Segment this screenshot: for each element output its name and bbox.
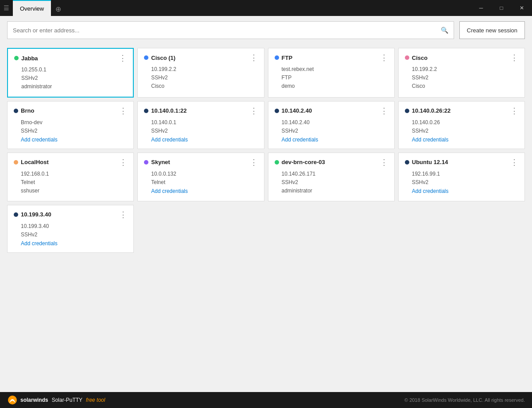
- footer: solarwinds Solar-PuTTY free tool © 2018 …: [0, 392, 532, 408]
- maximize-button[interactable]: □: [491, 0, 512, 16]
- session-card-devbrn[interactable]: dev-brn-core-03⋮10.140.26.171SSHv2admini…: [268, 153, 395, 201]
- card-details: 192.16.99.1SSHv2: [405, 170, 518, 187]
- status-dot: [144, 160, 148, 165]
- tab-overview[interactable]: Overview: [13, 0, 51, 16]
- card-menu-button[interactable]: ⋮: [380, 158, 388, 166]
- card-host: 10.0.0.132: [151, 170, 257, 178]
- card-protocol: FTP: [282, 74, 388, 82]
- minimize-button[interactable]: ─: [471, 0, 491, 16]
- card-name: LocalHost: [21, 159, 49, 165]
- card-header: LocalHost⋮: [14, 158, 127, 166]
- session-card-ip3[interactable]: 10.140.0.26:22⋮10.140.0.26SSHv2Add crede…: [398, 101, 525, 149]
- footer-copyright: © 2018 SolarWinds Worldwide, LLC. All ri…: [404, 397, 525, 403]
- add-credentials-link[interactable]: Add credentials: [14, 137, 58, 143]
- status-dot: [405, 160, 409, 165]
- session-card-ip1[interactable]: 10.140.0.1:22⋮10.140.0.1SSHv2Add credent…: [137, 101, 264, 149]
- session-card-jabba[interactable]: Jabba⋮10.255.0.1SSHv2administrator: [7, 48, 134, 98]
- sessions-grid: Jabba⋮10.255.0.1SSHv2administratorCisco …: [7, 48, 525, 253]
- card-menu-button[interactable]: ⋮: [510, 158, 518, 166]
- card-menu-button[interactable]: ⋮: [250, 158, 258, 166]
- footer-logo: solarwinds: [7, 395, 48, 405]
- add-credentials-link[interactable]: Add credentials: [405, 188, 449, 194]
- card-details: 10.140.26.171SSHv2administrator: [275, 170, 388, 196]
- card-header: Skynet⋮: [144, 158, 257, 166]
- card-menu-button[interactable]: ⋮: [380, 107, 388, 115]
- card-protocol: SSHv2: [412, 178, 518, 187]
- card-menu-button[interactable]: ⋮: [119, 54, 127, 62]
- card-protocol: SSHv2: [151, 74, 257, 82]
- card-details: Brno-devSSHv2: [14, 118, 127, 135]
- card-name: Skynet: [151, 159, 170, 165]
- card-protocol: SSHv2: [151, 127, 257, 135]
- solarwinds-logo-icon: [7, 395, 18, 405]
- main-content: Jabba⋮10.255.0.1SSHv2administratorCisco …: [0, 44, 532, 392]
- card-menu-button[interactable]: ⋮: [119, 211, 127, 219]
- add-credentials-link[interactable]: Add credentials: [275, 137, 318, 143]
- card-menu-button[interactable]: ⋮: [119, 107, 127, 115]
- session-card-ip4[interactable]: 10.199.3.40⋮10.199.3.40SSHv2Add credenti…: [7, 205, 134, 253]
- card-header: 10.140.0.1:22⋮: [144, 107, 257, 115]
- add-credentials-link[interactable]: Add credentials: [14, 240, 58, 247]
- card-protocol: Telnet: [151, 178, 257, 187]
- card-name: 10.140.0.26:22: [412, 107, 450, 114]
- card-menu-button[interactable]: ⋮: [250, 54, 258, 62]
- card-details: 10.0.0.132Telnet: [144, 170, 257, 187]
- card-protocol: SSHv2: [21, 74, 127, 82]
- add-credentials-link[interactable]: Add credentials: [144, 137, 188, 143]
- session-card-brno[interactable]: Brno⋮Brno-devSSHv2Add credentials: [7, 101, 134, 149]
- add-credentials-link[interactable]: Add credentials: [405, 137, 449, 143]
- card-name: Cisco (1): [151, 55, 175, 61]
- card-menu-button[interactable]: ⋮: [119, 158, 127, 166]
- session-card-cisco2[interactable]: Cisco⋮10.199.2.2SSHv2Cisco: [398, 48, 525, 98]
- create-session-button[interactable]: Create new session: [459, 21, 525, 39]
- search-icon: 🔍: [441, 27, 448, 34]
- card-host: test.rebex.net: [282, 65, 388, 74]
- card-host: 10.140.0.26: [412, 118, 518, 127]
- card-name: Brno: [21, 107, 34, 114]
- card-menu-button[interactable]: ⋮: [510, 54, 518, 62]
- card-header: Ubuntu 12.14⋮: [405, 158, 518, 166]
- card-details: 10.199.2.2SSHv2Cisco: [144, 65, 257, 91]
- card-header: FTP⋮: [275, 54, 388, 62]
- card-protocol: SSHv2: [21, 231, 127, 239]
- status-dot: [144, 55, 148, 60]
- card-protocol: SSHv2: [282, 127, 388, 135]
- card-menu-button[interactable]: ⋮: [250, 107, 258, 115]
- close-button[interactable]: ✕: [512, 0, 532, 16]
- card-name: 10.140.2.40: [282, 107, 312, 114]
- tab-label: Overview: [20, 5, 44, 12]
- card-header: 10.140.0.26:22⋮: [405, 107, 518, 115]
- menu-icon[interactable]: ☰: [0, 4, 13, 12]
- card-menu-button[interactable]: ⋮: [510, 107, 518, 115]
- window-controls: ─ □ ✕: [471, 0, 532, 16]
- card-details: 10.140.0.26SSHv2: [405, 118, 518, 135]
- card-header: Cisco⋮: [405, 54, 518, 62]
- search-input[interactable]: [13, 27, 441, 34]
- card-header: 10.199.3.40⋮: [14, 211, 127, 219]
- card-protocol: SSHv2: [412, 127, 518, 135]
- card-host: 10.140.26.171: [282, 170, 388, 178]
- search-box[interactable]: 🔍: [7, 21, 454, 39]
- session-card-ip2[interactable]: 10.140.2.40⋮10.140.2.40SSHv2Add credenti…: [268, 101, 395, 149]
- footer-left: solarwinds Solar-PuTTY free tool: [7, 395, 105, 405]
- card-header: Jabba⋮: [14, 54, 127, 62]
- session-card-ubuntu[interactable]: Ubuntu 12.14⋮192.16.99.1SSHv2Add credent…: [398, 153, 525, 201]
- new-tab-button[interactable]: ⊕: [51, 2, 66, 16]
- session-card-ftp[interactable]: FTP⋮test.rebex.netFTPdemo: [268, 48, 395, 98]
- tab-area: Overview ⊕: [13, 0, 471, 16]
- session-card-cisco1[interactable]: Cisco (1)⋮10.199.2.2SSHv2Cisco: [137, 48, 264, 98]
- footer-product: Solar-PuTTY: [52, 397, 82, 403]
- session-card-localhost[interactable]: LocalHost⋮192.168.0.1Telnetsshuser: [7, 153, 134, 201]
- card-protocol: SSHv2: [282, 178, 388, 187]
- card-details: 10.199.2.2SSHv2Cisco: [405, 65, 518, 91]
- title-bar: ☰ Overview ⊕ ─ □ ✕: [0, 0, 532, 16]
- card-menu-button[interactable]: ⋮: [380, 54, 388, 62]
- status-dot: [14, 160, 18, 165]
- card-user: sshuser: [21, 187, 127, 195]
- footer-brand: solarwinds: [20, 397, 48, 403]
- card-details: 10.140.0.1SSHv2: [144, 118, 257, 135]
- add-credentials-link[interactable]: Add credentials: [144, 188, 188, 194]
- card-user: Cisco: [151, 82, 257, 90]
- card-host: 192.16.99.1: [412, 170, 518, 178]
- session-card-skynet[interactable]: Skynet⋮10.0.0.132TelnetAdd credentials: [137, 153, 264, 201]
